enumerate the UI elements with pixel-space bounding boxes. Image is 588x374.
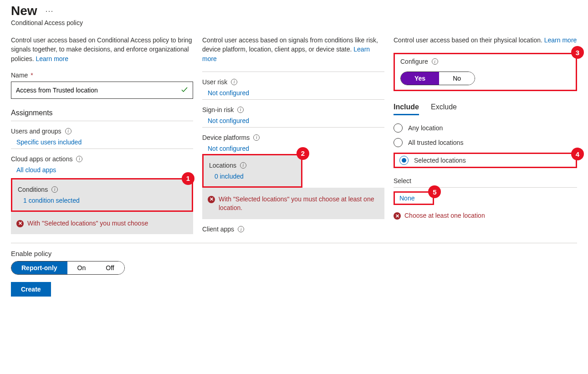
select-error-text: Choose at least one location: [404, 211, 485, 220]
radio-icon: [394, 138, 403, 147]
conditions-value[interactable]: 1 condition selected: [23, 197, 80, 204]
col2-intro-text: Control user access based on signals fro…: [202, 36, 378, 53]
info-icon[interactable]: i: [231, 79, 237, 85]
signin-risk-label: Sign-in risk: [202, 106, 234, 113]
tab-exclude[interactable]: Exclude: [431, 103, 457, 115]
name-field-label: Name *: [11, 72, 193, 79]
users-groups-label: Users and groups: [11, 128, 61, 135]
col1-intro: Control user access based on Conditional…: [11, 36, 193, 63]
info-icon[interactable]: i: [237, 107, 244, 113]
radio-any-label: Any location: [408, 124, 443, 132]
col2-intro: Control user access based on signals fro…: [202, 36, 384, 63]
more-menu-icon[interactable]: ···: [46, 6, 54, 16]
device-platforms-value[interactable]: Not configured: [208, 145, 249, 152]
radio-any-location[interactable]: Any location: [394, 123, 577, 133]
user-risk-label: User risk: [202, 78, 227, 86]
error-icon: ✕: [208, 196, 215, 203]
radio-trusted-label: All trusted locations: [408, 139, 463, 146]
col1-learn-more-link[interactable]: Learn more: [36, 55, 68, 62]
info-icon[interactable]: i: [65, 128, 72, 134]
info-icon[interactable]: i: [253, 134, 260, 141]
create-button[interactable]: Create: [11, 282, 51, 297]
check-icon: [180, 85, 189, 95]
select-heading: Select: [394, 177, 577, 188]
select-value-link[interactable]: None: [399, 195, 414, 202]
conditions-error-text: With "Selected locations" you must choos…: [27, 219, 148, 228]
signin-risk-value[interactable]: Not configured: [208, 117, 249, 124]
configure-label: Configure: [400, 58, 428, 65]
callout-badge-1: 1: [182, 172, 194, 185]
locations-label: Locations: [209, 162, 236, 169]
col3-learn-more-link[interactable]: Learn more: [544, 36, 577, 44]
name-input[interactable]: [11, 82, 193, 99]
client-apps-label: Client apps: [202, 225, 234, 233]
locations-error-text: With "Selected locations" you must choos…: [219, 195, 379, 213]
device-platforms-label: Device platforms: [202, 134, 250, 141]
enable-on[interactable]: On: [67, 261, 96, 274]
user-risk-value[interactable]: Not configured: [208, 89, 249, 97]
page-title: New: [11, 4, 37, 18]
page-subtitle: Conditional Access policy: [11, 19, 577, 26]
col3-intro: Control user access based on their physi…: [394, 36, 577, 45]
callout-badge-3: 3: [571, 46, 584, 59]
radio-icon: [399, 156, 409, 165]
cloud-apps-value[interactable]: All cloud apps: [16, 166, 56, 174]
enable-policy-toggle[interactable]: Report-only On Off: [11, 261, 125, 275]
info-icon[interactable]: i: [240, 162, 246, 169]
radio-all-trusted[interactable]: All trusted locations: [394, 138, 577, 147]
configure-toggle[interactable]: Yes No: [400, 72, 475, 85]
error-icon: ✕: [16, 220, 24, 227]
cloud-apps-label: Cloud apps or actions: [11, 155, 72, 163]
col3-intro-text: Control user access based on their physi…: [394, 36, 544, 44]
enable-policy-label: Enable policy: [11, 250, 577, 257]
info-icon[interactable]: i: [51, 186, 58, 193]
radio-icon: [394, 123, 403, 133]
conditions-label: Conditions: [18, 186, 48, 193]
info-icon[interactable]: i: [76, 156, 82, 162]
tab-include[interactable]: Include: [394, 103, 419, 115]
callout-badge-5: 5: [428, 185, 441, 198]
info-icon[interactable]: i: [432, 58, 438, 65]
info-icon[interactable]: i: [238, 226, 244, 232]
enable-off[interactable]: Off: [96, 261, 124, 274]
callout-badge-4: 4: [571, 148, 584, 160]
locations-value[interactable]: 0 included: [215, 173, 244, 180]
radio-selected-locations[interactable]: Selected locations: [399, 156, 571, 165]
configure-no[interactable]: No: [439, 72, 475, 85]
enable-report-only[interactable]: Report-only: [11, 261, 67, 274]
assignments-heading: Assignments: [11, 109, 193, 121]
callout-badge-2: 2: [297, 147, 309, 160]
users-groups-value[interactable]: Specific users included: [16, 138, 82, 146]
radio-selected-label: Selected locations: [414, 157, 466, 164]
error-icon: ✕: [394, 212, 401, 220]
configure-yes[interactable]: Yes: [401, 72, 439, 85]
